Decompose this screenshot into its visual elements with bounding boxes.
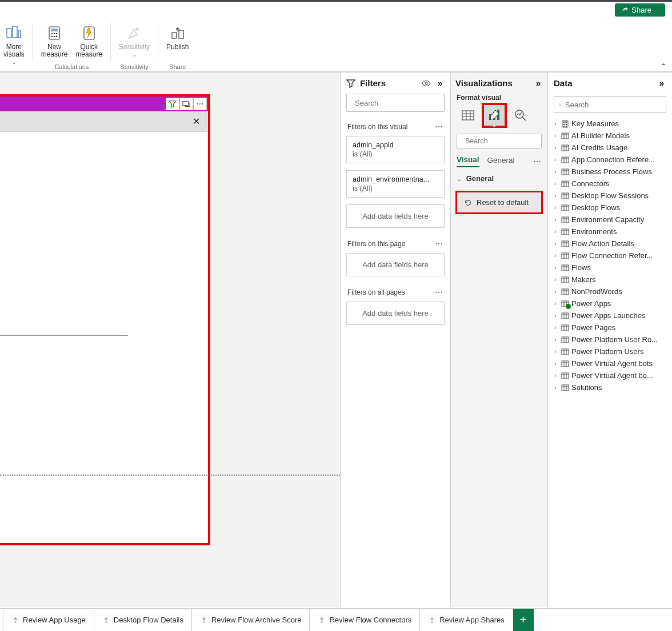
data-tree-item[interactable]: ›App Connection Refere... <box>551 154 669 166</box>
more-icon[interactable]: ⋯ <box>435 122 443 131</box>
add-page-button[interactable]: + <box>513 609 534 631</box>
page-tab-icon <box>428 616 436 624</box>
filter-state: is (All) <box>353 184 438 192</box>
ribbon-collapse-button[interactable]: ⌃ <box>661 62 666 70</box>
svg-rect-67 <box>562 217 569 223</box>
page-tab-label: Review Flow Connectors <box>329 616 411 624</box>
share-button[interactable]: Share ⌄ <box>615 3 665 17</box>
filter-card[interactable]: admin_appid is (All) <box>346 136 445 163</box>
data-tree-item[interactable]: ›Flow Action Details <box>551 238 669 250</box>
format-search[interactable] <box>457 134 542 148</box>
data-search[interactable] <box>554 96 666 113</box>
data-search-input[interactable] <box>565 101 661 109</box>
collapse-pane-icon[interactable]: » <box>534 79 543 88</box>
svg-point-10 <box>56 36 58 38</box>
data-tree-item[interactable]: ›Connectors <box>551 178 669 190</box>
build-visual-icon[interactable] <box>457 104 479 127</box>
svg-point-36 <box>566 124 567 125</box>
data-tree-item[interactable]: ›Power Pages <box>551 321 669 333</box>
reset-to-default-button[interactable]: Reset to default <box>455 191 543 214</box>
quick-measure-button[interactable]: Quick measure <box>72 23 106 59</box>
filters-header: Filters » <box>341 73 450 94</box>
format-group-general-label: General <box>466 174 494 183</box>
visual-more-icon[interactable]: ⋯ <box>193 98 207 110</box>
page-tab[interactable]: Review Flow Archive Score <box>192 609 310 631</box>
quick-measure-icon <box>80 24 98 42</box>
table-icon <box>561 275 569 284</box>
data-tree-item[interactable]: ›Environment Capacity <box>551 214 669 226</box>
page-tab-icon <box>11 616 19 624</box>
search-icon <box>559 101 562 108</box>
new-measure-button[interactable]: New measure <box>38 23 71 59</box>
visualizations-pane: Visualizations » Format visual Visual Ge… <box>450 73 547 607</box>
publish-button[interactable]: Publish <box>163 23 192 52</box>
page-tab-label: Desktop Flow Details <box>114 616 183 624</box>
data-tree-item[interactable]: ›Power Virtual Agent bots <box>551 357 669 369</box>
report-canvas[interactable]: ⋯ , and then in Power Apps Studio select… <box>0 73 340 607</box>
svg-point-38 <box>566 126 567 127</box>
svg-rect-34 <box>563 122 567 123</box>
data-tree-item[interactable]: ›Power Platform Users <box>551 345 669 357</box>
more-icon[interactable]: ⋯ <box>435 239 443 248</box>
more-icon[interactable]: ⋯ <box>533 157 542 166</box>
close-icon[interactable]: ✕ <box>190 116 202 127</box>
data-tree-item[interactable]: ›Flows <box>551 262 669 274</box>
table-icon <box>561 383 569 392</box>
data-tree-item-label: Solutions <box>571 383 602 392</box>
tab-general[interactable]: General <box>487 156 515 167</box>
filter-card[interactable]: admin_environmentna... is (All) <box>346 170 445 198</box>
more-icon[interactable]: ⋯ <box>435 288 443 297</box>
data-tree-item[interactable]: ›Power Platform User Ro... <box>551 333 669 345</box>
chevron-right-icon: › <box>553 204 558 211</box>
data-tree-item[interactable]: ›Flow Connection Refer... <box>551 250 669 262</box>
data-tree-item[interactable]: ›Power Apps <box>551 298 669 310</box>
data-tree-item[interactable]: ›AI Credits Usage <box>551 142 669 154</box>
page-tab[interactable]: Review App Shares <box>420 609 513 631</box>
format-group-general[interactable]: ⌄ General <box>451 168 547 185</box>
data-tree-item[interactable]: ›Power Apps Launches <box>551 310 669 321</box>
more-visuals-label: More visuals <box>3 43 25 58</box>
chevron-right-icon: › <box>553 216 558 223</box>
analytics-icon[interactable] <box>509 104 532 127</box>
chevron-right-icon: › <box>553 168 558 175</box>
format-visual-icon[interactable] <box>483 104 506 127</box>
table-icon <box>561 143 569 152</box>
format-search-input[interactable] <box>465 137 555 145</box>
filters-page-dropzone[interactable]: Add data fields here <box>346 253 445 276</box>
data-tree-item[interactable]: ›Solutions <box>551 381 669 393</box>
chevron-right-icon: › <box>553 120 558 127</box>
table-icon <box>561 251 569 260</box>
data-tree-item-label: Flow Action Details <box>571 239 634 248</box>
data-tree-item[interactable]: ›Business Process Flows <box>551 166 669 178</box>
chevron-right-icon: › <box>553 132 558 139</box>
page-tab[interactable]: Review Flow Connectors <box>310 609 420 631</box>
more-visuals-button[interactable]: More visuals ⌄ <box>0 23 28 67</box>
data-tree-item[interactable]: ›Power Virtual Agent bo... <box>551 369 669 381</box>
chevron-right-icon: › <box>553 192 558 199</box>
data-tree-item[interactable]: ›Environments <box>551 226 669 238</box>
data-tree-item[interactable]: ›AI Builder Models <box>551 130 669 142</box>
page-tab[interactable]: Desktop Flow Details <box>94 609 192 631</box>
filters-all-dropzone[interactable]: Add data fields here <box>346 302 445 325</box>
svg-point-6 <box>54 33 55 35</box>
data-tree-item[interactable]: ›Makers <box>551 274 669 286</box>
filters-visual-dropzone[interactable]: Add data fields here <box>346 204 445 228</box>
tab-visual[interactable]: Visual <box>457 155 479 167</box>
chevron-right-icon: › <box>553 144 558 151</box>
data-tree-item-label: Flow Connection Refer... <box>571 251 653 260</box>
collapse-pane-icon[interactable]: » <box>435 79 445 88</box>
collapse-pane-icon[interactable]: » <box>657 79 666 88</box>
data-tree-item[interactable]: ›Desktop Flows <box>551 202 669 214</box>
data-tree-item-label: Flows <box>571 263 591 272</box>
filters-search-input[interactable] <box>355 99 451 107</box>
visual-focus-icon[interactable] <box>179 98 193 110</box>
data-tree-item[interactable]: ›NonProdWords <box>551 286 669 298</box>
filters-search[interactable] <box>346 94 445 112</box>
page-tab[interactable]: Review App Usage <box>3 609 94 631</box>
data-tree-item-label: Power Virtual Agent bots <box>571 359 653 368</box>
visual-filter-icon[interactable] <box>166 98 179 110</box>
eye-icon[interactable] <box>422 79 431 88</box>
data-tree-item[interactable]: ›Desktop Flow Sessions <box>551 190 669 202</box>
data-tree-item[interactable]: ›Key Measures <box>551 118 669 130</box>
power-apps-visual[interactable]: ⋯ , and then in Power Apps Studio select… <box>0 94 210 545</box>
